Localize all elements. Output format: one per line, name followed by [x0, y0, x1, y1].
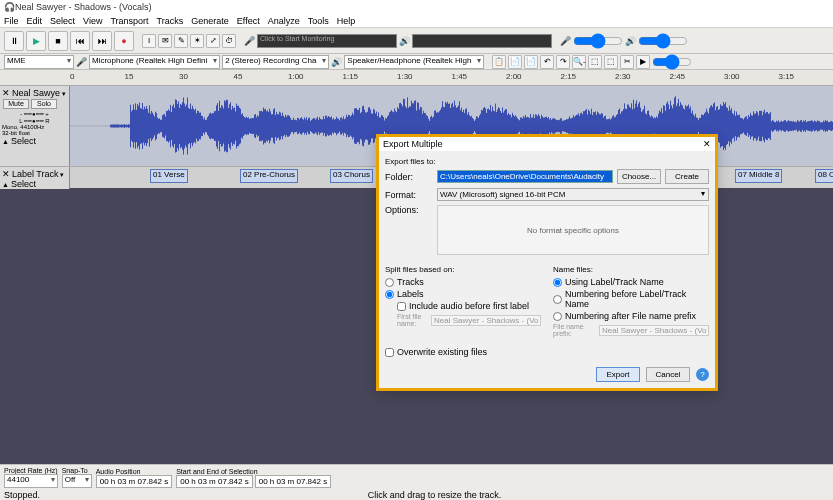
dialog-titlebar[interactable]: Export Multiple ✕: [379, 137, 715, 151]
svg-rect-100: [208, 116, 209, 137]
copy-button[interactable]: 📄: [508, 55, 522, 69]
svg-rect-697: [805, 120, 806, 132]
timeline-ruler[interactable]: 01530451:001:151:301:452:002:152:302:453…: [70, 70, 833, 86]
dialog-close-icon[interactable]: ✕: [703, 139, 711, 149]
paste-button[interactable]: 📄: [524, 55, 538, 69]
choose-button[interactable]: Choose...: [617, 169, 661, 184]
svg-rect-54: [162, 115, 163, 137]
svg-rect-206: [314, 118, 315, 134]
svg-rect-195: [303, 120, 304, 133]
recording-meter[interactable]: Click to Start Monitoring: [257, 34, 397, 48]
selection-start-field[interactable]: 00 h 03 m 07.842 s: [176, 475, 253, 488]
split-labels-label: Labels: [397, 289, 424, 299]
undo-button[interactable]: ↶: [540, 55, 554, 69]
menu-view[interactable]: View: [83, 16, 102, 26]
svg-rect-22: [130, 105, 131, 148]
name-opt1-label: Using Label/Track Name: [565, 277, 664, 287]
folder-input[interactable]: C:\Users\neals\OneDrive\Documents\Audaci…: [437, 170, 613, 183]
svg-rect-370: [478, 118, 479, 134]
svg-rect-37: [145, 109, 146, 143]
fit-proj-button[interactable]: ✂: [620, 55, 634, 69]
label-marker[interactable]: 03 Chorus: [330, 169, 373, 183]
play-volume-slider[interactable]: [638, 37, 688, 45]
fit-sel-button[interactable]: ⬚: [604, 55, 618, 69]
menu-select[interactable]: Select: [50, 16, 75, 26]
tool-multi-icon[interactable]: ✶: [190, 34, 204, 48]
include-audio-checkbox[interactable]: [397, 302, 406, 311]
svg-rect-231: [339, 120, 340, 131]
menu-tools[interactable]: Tools: [308, 16, 329, 26]
help-icon[interactable]: ?: [696, 368, 709, 381]
split-labels-radio[interactable]: [385, 290, 394, 299]
snap-combo[interactable]: Off: [62, 474, 92, 488]
playback-meter[interactable]: [412, 34, 552, 48]
tool-timeshift-icon[interactable]: ⏱: [222, 34, 236, 48]
svg-rect-548: [656, 116, 657, 135]
menu-analyze[interactable]: Analyze: [268, 16, 300, 26]
pause-button[interactable]: ⏸: [4, 31, 24, 51]
label-track-close-icon[interactable]: ✕: [2, 169, 10, 179]
label-marker[interactable]: 07 Middle 8: [735, 169, 782, 183]
cancel-button[interactable]: Cancel: [646, 367, 690, 382]
label-marker[interactable]: 02 Pre-Chorus: [240, 169, 298, 183]
audio-position-field[interactable]: 00 h 03 m 07.842 s: [96, 475, 173, 488]
menu-generate[interactable]: Generate: [191, 16, 229, 26]
track-select[interactable]: Select: [11, 136, 36, 146]
label-track-panel[interactable]: ✕ Label Track ▾ ▲ Select: [0, 167, 70, 189]
menu-transport[interactable]: Transport: [110, 16, 148, 26]
menu-tracks[interactable]: Tracks: [157, 16, 184, 26]
track-close-icon[interactable]: ✕: [2, 88, 10, 98]
tool-zoom-icon[interactable]: ⤢: [206, 34, 220, 48]
svg-rect-719: [827, 121, 828, 132]
menu-file[interactable]: File: [4, 16, 19, 26]
rec-volume-slider[interactable]: [573, 37, 623, 45]
prefix-input: [599, 325, 709, 336]
rec-meter-icon[interactable]: 🎤: [244, 36, 255, 46]
menu-help[interactable]: Help: [337, 16, 356, 26]
skip-start-button[interactable]: ⏮: [70, 31, 90, 51]
channels-combo[interactable]: 2 (Stereo) Recording Cha: [222, 55, 329, 69]
mute-button[interactable]: Mute: [3, 99, 29, 109]
play-meter-icon[interactable]: 🔊: [399, 36, 410, 46]
create-button[interactable]: Create: [665, 169, 709, 184]
record-button[interactable]: ●: [114, 31, 134, 51]
project-rate-combo[interactable]: 44100: [4, 474, 58, 488]
menu-effect[interactable]: Effect: [237, 16, 260, 26]
label-track-select[interactable]: Select: [11, 179, 36, 189]
svg-rect-82: [190, 104, 191, 149]
zoom-in-button[interactable]: 🔍-: [572, 55, 586, 69]
output-device-combo[interactable]: Speaker/Headphone (Realtek High: [344, 55, 484, 69]
format-combo[interactable]: WAV (Microsoft) signed 16-bit PCM: [437, 188, 709, 201]
label-marker[interactable]: 08 O: [815, 169, 833, 183]
stop-button[interactable]: ■: [48, 31, 68, 51]
svg-rect-5: [113, 124, 114, 128]
tool-envelope-icon[interactable]: ✉: [158, 34, 172, 48]
menu-edit[interactable]: Edit: [27, 16, 43, 26]
redo-button[interactable]: ↷: [556, 55, 570, 69]
play-at-speed-button[interactable]: ▶: [636, 55, 650, 69]
selection-label: Start and End of Selection: [176, 468, 331, 475]
skip-end-button[interactable]: ⏭: [92, 31, 112, 51]
export-button[interactable]: Export: [596, 367, 640, 382]
name-numbering-before-radio[interactable]: [553, 295, 562, 304]
split-tracks-radio[interactable]: [385, 278, 394, 287]
ruler-corner: [0, 70, 70, 86]
label-marker[interactable]: 01 Verse: [150, 169, 188, 183]
tool-draw-icon[interactable]: ✎: [174, 34, 188, 48]
audio-host-combo[interactable]: MME: [4, 55, 74, 69]
track-control-panel[interactable]: ✕ Neal Sawye ▾ MuteSolo - ━━●━━ + L ━━●━…: [0, 86, 70, 166]
name-numbering-after-radio[interactable]: [553, 312, 562, 321]
selection-end-field[interactable]: 00 h 03 m 07.842 s: [255, 475, 332, 488]
name-label-radio[interactable]: [553, 278, 562, 287]
overwrite-checkbox[interactable]: [385, 348, 394, 357]
input-device-combo[interactable]: Microphone (Realtek High Defini: [89, 55, 220, 69]
svg-rect-271: [379, 117, 380, 134]
tool-selection-icon[interactable]: I: [142, 34, 156, 48]
cut-button[interactable]: 📋: [492, 55, 506, 69]
solo-button[interactable]: Solo: [31, 99, 57, 109]
svg-rect-128: [236, 104, 237, 149]
play-speed-slider[interactable]: [652, 58, 692, 66]
zoom-out-button[interactable]: ⬚: [588, 55, 602, 69]
play-button[interactable]: ▶: [26, 31, 46, 51]
track-name[interactable]: Neal Sawye: [12, 88, 60, 98]
